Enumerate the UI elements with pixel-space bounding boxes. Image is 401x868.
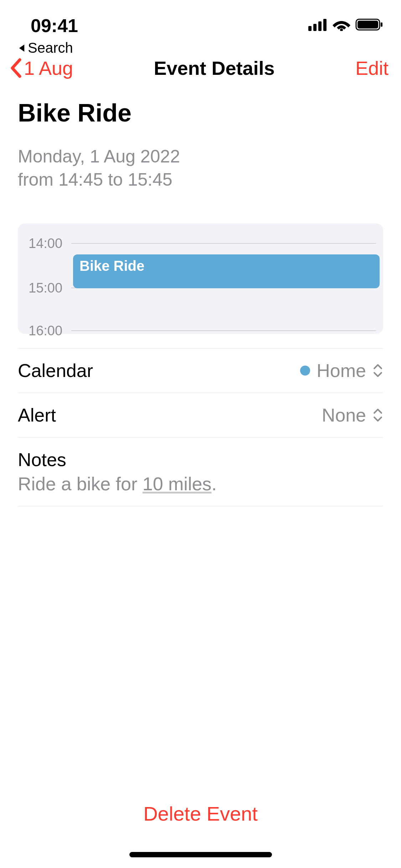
- timeline-event-block[interactable]: Bike Ride: [73, 254, 380, 288]
- back-to-app-button[interactable]: Search: [18, 40, 73, 56]
- svg-rect-6: [358, 21, 378, 29]
- nav-back-button[interactable]: 1 Aug: [9, 57, 73, 79]
- home-indicator[interactable]: [129, 852, 272, 857]
- svg-rect-3: [323, 19, 327, 31]
- svg-rect-2: [318, 21, 322, 31]
- status-time: 09:41: [18, 15, 78, 36]
- calendar-value: Home: [317, 360, 366, 381]
- calendar-value-group: Home: [300, 360, 383, 381]
- notes-text-after: .: [211, 474, 216, 494]
- nav-back-label: 1 Aug: [24, 57, 73, 79]
- back-triangle-icon: [18, 43, 26, 53]
- timeline: 14:00 15:00 16:00 Bike Ride: [18, 223, 383, 334]
- content: Bike Ride Monday, 1 Aug 2022 from 14:45 …: [0, 93, 401, 506]
- svg-rect-1: [313, 24, 317, 31]
- calendar-label: Calendar: [18, 360, 93, 381]
- status-bar: 09:41 Search: [0, 0, 401, 43]
- delete-event-button[interactable]: Delete Event: [0, 802, 401, 825]
- notes-text: Ride a bike for 10 miles.: [18, 473, 383, 495]
- up-down-chevron-icon: [372, 407, 383, 423]
- timeline-hour: 14:00: [29, 243, 376, 244]
- timeline-hour-label: 16:00: [29, 323, 71, 339]
- alert-label: Alert: [18, 404, 56, 426]
- back-app-label: Search: [28, 40, 73, 56]
- timeline-gridline: [71, 330, 376, 331]
- svg-rect-0: [308, 26, 312, 31]
- battery-icon: [355, 18, 383, 31]
- notes-text-before: Ride a bike for: [18, 474, 143, 494]
- chevron-left-icon: [9, 58, 23, 78]
- timeline-hour-label: 15:00: [29, 280, 71, 296]
- event-date-line: Monday, 1 Aug 2022: [18, 145, 383, 168]
- event-datetime: Monday, 1 Aug 2022 from 14:45 to 15:45: [18, 145, 383, 191]
- calendar-row[interactable]: Calendar Home: [18, 348, 383, 393]
- status-left: 09:41 Search: [18, 15, 78, 56]
- calendar-color-dot: [300, 366, 310, 376]
- timeline-hour: 16:00: [29, 330, 376, 331]
- cellular-signal-icon: [308, 18, 328, 31]
- up-down-chevron-icon: [372, 363, 383, 378]
- wifi-icon: [333, 18, 350, 31]
- timeline-event-label: Bike Ride: [79, 258, 144, 274]
- event-title: Bike Ride: [18, 99, 383, 127]
- edit-button[interactable]: Edit: [355, 57, 389, 79]
- status-indicators: [308, 15, 383, 31]
- svg-point-4: [340, 29, 343, 31]
- timeline-gridline: [71, 243, 376, 244]
- alert-value: None: [322, 404, 366, 426]
- page-title: Event Details: [154, 57, 274, 79]
- alert-row[interactable]: Alert None: [18, 393, 383, 437]
- notes-label: Notes: [18, 449, 383, 470]
- notes-row: Notes Ride a bike for 10 miles.: [18, 437, 383, 506]
- notes-underlined: 10 miles: [143, 474, 212, 494]
- svg-rect-7: [381, 22, 382, 27]
- event-time-line: from 14:45 to 15:45: [18, 168, 383, 191]
- alert-value-group: None: [322, 404, 383, 426]
- timeline-hour-label: 14:00: [29, 236, 71, 251]
